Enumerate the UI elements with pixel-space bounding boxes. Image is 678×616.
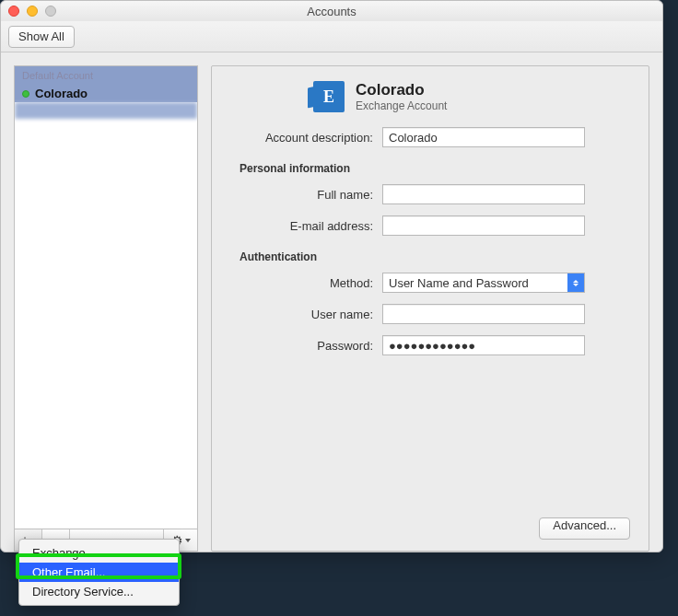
- titlebar: Accounts: [1, 1, 662, 21]
- account-name-label: Colorado: [35, 87, 88, 100]
- content-body: Default Account Colorado ＋ − ⚙: [1, 52, 662, 552]
- menu-item-directory-service[interactable]: Directory Service...: [19, 582, 179, 601]
- account-description-label: Account description:: [230, 131, 382, 145]
- add-account-menu: Exchange... Other Email... Directory Ser…: [18, 539, 180, 606]
- password-label: Password:: [230, 339, 382, 353]
- menu-item-exchange[interactable]: Exchange...: [19, 543, 179, 563]
- accounts-window: Accounts Show All Default Account Colora…: [0, 0, 663, 552]
- full-name-input[interactable]: [382, 184, 585, 204]
- password-input[interactable]: [382, 335, 585, 355]
- account-header: E Colorado Exchange Account: [313, 81, 630, 112]
- advanced-label: Advanced...: [553, 518, 616, 532]
- full-name-label: Full name:: [230, 188, 382, 202]
- account-type-label: Exchange Account: [356, 99, 447, 112]
- advanced-button[interactable]: Advanced...: [539, 517, 630, 540]
- accounts-sidebar: Default Account Colorado ＋ − ⚙: [14, 65, 198, 552]
- show-all-button[interactable]: Show All: [8, 26, 75, 48]
- email-label: E-mail address:: [230, 219, 382, 233]
- toolbar: Show All: [1, 21, 662, 52]
- auth-method-value: User Name and Password: [389, 276, 529, 290]
- account-item-colorado[interactable]: Colorado: [15, 83, 197, 102]
- authentication-header: Authentication: [230, 250, 630, 263]
- personal-info-header: Personal information: [230, 162, 630, 175]
- sidebar-group-header: Default Account: [15, 66, 197, 83]
- account-subtext: [15, 102, 197, 119]
- auth-method-select[interactable]: User Name and Password: [382, 273, 585, 293]
- window-title: Accounts: [1, 5, 662, 18]
- chevron-down-icon: [185, 539, 191, 542]
- user-name-label: User name:: [230, 308, 382, 321]
- method-label: Method:: [230, 276, 382, 290]
- email-input[interactable]: [382, 215, 585, 236]
- account-title: Colorado: [356, 81, 447, 99]
- accounts-list: Default Account Colorado: [15, 66, 197, 529]
- status-online-icon: [22, 90, 29, 98]
- account-detail-panel: E Colorado Exchange Account Account desc…: [211, 65, 649, 552]
- account-description-input[interactable]: [382, 127, 585, 147]
- user-name-input[interactable]: [382, 304, 585, 324]
- exchange-icon: E: [313, 81, 345, 112]
- menu-item-other-email[interactable]: Other Email...: [19, 563, 179, 582]
- show-all-label: Show All: [18, 29, 64, 43]
- select-stepper-icon: [567, 273, 584, 292]
